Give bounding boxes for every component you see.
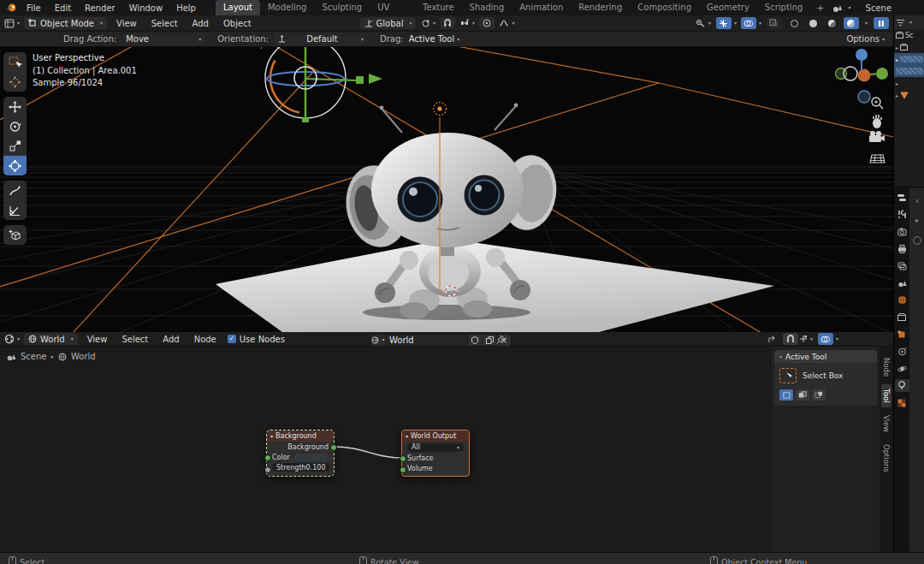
viewport-menu-object[interactable]: Object — [218, 19, 257, 28]
editor-type-button[interactable] — [4, 17, 20, 29]
node-snap-toggle[interactable] — [783, 333, 798, 345]
options-dropdown[interactable]: Options — [846, 34, 885, 44]
falloff-dropdown[interactable] — [499, 17, 514, 29]
snap-pivot-dropdown[interactable] — [420, 17, 435, 29]
breadcrumb-scene[interactable]: Scene — [21, 352, 47, 361]
proportional-editing-button[interactable] — [479, 17, 495, 29]
tool-add-cube[interactable] — [3, 225, 27, 245]
world-output-node-header[interactable]: World Output — [402, 430, 469, 442]
disclosure-triangle-icon[interactable]: ▸ — [896, 80, 898, 86]
orientation-dropdown[interactable]: Default — [274, 33, 368, 45]
target-dropdown[interactable]: All — [407, 443, 464, 452]
outliner-selected-row[interactable]: ▸ — [894, 53, 924, 65]
viewport-menu-view[interactable]: View — [111, 19, 142, 28]
select-box-tool-button[interactable] — [779, 368, 797, 383]
select-mode-extend[interactable] — [796, 389, 809, 401]
new-datablock-button[interactable] — [482, 335, 496, 346]
tool-cursor[interactable] — [3, 72, 27, 92]
collapse-icon[interactable] — [406, 434, 408, 439]
menu-file[interactable]: File — [21, 2, 47, 15]
tool-scale[interactable] — [3, 136, 27, 156]
tab-modeling[interactable]: Modeling — [260, 0, 315, 15]
shader-menu-select[interactable]: Select — [116, 335, 153, 344]
properties-tab-world[interactable] — [895, 294, 909, 306]
sidebar-tab-options[interactable]: Options — [881, 440, 891, 477]
transform-orientation-dropdown[interactable]: Global — [360, 17, 417, 29]
object-mode-dropdown[interactable]: Object Mode — [24, 17, 107, 29]
shader-menu-add[interactable]: Add — [157, 335, 184, 344]
properties-tab-physics[interactable] — [895, 362, 909, 375]
properties-tab-object[interactable] — [895, 328, 909, 341]
shading-rendered-button[interactable] — [844, 17, 859, 29]
disclosure-triangle-icon[interactable]: ▸ — [896, 45, 898, 50]
panel-item-icon[interactable] — [913, 236, 921, 245]
datablock-browse-button[interactable] — [371, 335, 385, 346]
properties-editor-type-button[interactable] — [895, 191, 909, 204]
tab-shading[interactable]: Shading — [462, 0, 512, 15]
outliner-collection-row[interactable]: ▸ — [894, 41, 924, 53]
outliner-selected-row[interactable] — [894, 65, 924, 77]
tool-select-box[interactable] — [3, 52, 27, 72]
fake-user-button[interactable] — [467, 335, 482, 346]
properties-tab-constraints[interactable] — [895, 345, 909, 358]
background-node[interactable]: Background Background Color Strength 0.1… — [267, 430, 334, 476]
blender-logo-icon[interactable] — [5, 3, 17, 13]
show-gizmo-toggle[interactable] — [716, 17, 732, 29]
outliner-scene-collection-row[interactable]: Sc — [894, 29, 924, 41]
background-node-header[interactable]: Background — [267, 430, 334, 442]
shading-solid-button[interactable] — [806, 17, 821, 29]
surface-input-socket[interactable] — [400, 455, 406, 462]
color-input-socket[interactable] — [264, 454, 271, 461]
menu-window[interactable]: Window — [123, 2, 169, 15]
panel-row-icon[interactable]: ▸ — [915, 217, 919, 224]
properties-tab-view-layer[interactable] — [895, 259, 909, 272]
select-mode-subtract[interactable] — [812, 389, 826, 401]
xray-toggle[interactable] — [767, 17, 782, 29]
tab-scripting[interactable]: Scripting — [757, 0, 810, 15]
strength-field[interactable]: Strength 0.100 — [272, 463, 330, 472]
shading-material-button[interactable] — [825, 17, 840, 29]
object-visibility-dropdown[interactable] — [696, 17, 711, 29]
disclosure-triangle-icon[interactable]: ▸ — [896, 56, 898, 62]
tab-compositing[interactable]: Compositing — [630, 0, 699, 15]
datablock-name-input[interactable]: World — [385, 335, 467, 345]
node-snap-target-dropdown[interactable] — [798, 333, 814, 345]
properties-tab-tool[interactable] — [895, 208, 909, 221]
node-overlays-toggle[interactable] — [818, 333, 833, 345]
shading-wireframe-button[interactable] — [787, 17, 803, 29]
collapse-icon[interactable] — [270, 434, 273, 439]
select-mode-set[interactable] — [779, 389, 793, 401]
scene-selector[interactable]: Scene — [832, 3, 892, 13]
tab-animation[interactable]: Animation — [512, 0, 571, 15]
strength-input-socket[interactable] — [264, 466, 271, 473]
add-workspace-button[interactable]: + — [810, 3, 830, 14]
menu-edit[interactable]: Edit — [49, 2, 77, 15]
volume-input-socket[interactable] — [400, 466, 406, 473]
sidebar-tab-tool[interactable]: Tool — [881, 384, 891, 407]
snap-toggle-button[interactable] — [440, 17, 455, 29]
tool-move[interactable] — [3, 97, 27, 116]
shader-menu-view[interactable]: View — [82, 335, 113, 344]
shader-menu-node[interactable]: Node — [189, 335, 222, 344]
disclosure-triangle-icon[interactable]: ▸ — [896, 92, 898, 98]
properties-tab-render[interactable] — [895, 225, 909, 238]
pin-id-button[interactable] — [496, 335, 506, 344]
tool-measure[interactable] — [3, 200, 27, 220]
world-output-node[interactable]: World Output All Surface Volume — [401, 430, 470, 477]
tab-uv-editing[interactable]: UV Editing — [370, 0, 415, 15]
viewport-menu-add[interactable]: Add — [187, 19, 214, 28]
properties-tab-data[interactable] — [895, 379, 909, 392]
filter-icon[interactable] — [896, 19, 905, 27]
use-nodes-checkbox[interactable]: ✓ Use Nodes — [228, 335, 285, 344]
pause-render-button[interactable] — [874, 17, 889, 29]
panel-collapse-icon[interactable]: ∨ — [915, 198, 919, 205]
shader-editor-type-button[interactable] — [4, 333, 20, 345]
drag-action-dropdown[interactable]: Move — [121, 33, 205, 45]
drag-dropdown[interactable]: Active Tool — [409, 34, 460, 44]
color-swatch[interactable] — [294, 454, 329, 461]
shader-type-dropdown[interactable]: World — [24, 333, 78, 345]
show-overlays-toggle[interactable] — [741, 17, 756, 29]
tab-rendering[interactable]: Rendering — [571, 0, 630, 15]
viewport-3d[interactable]: User Perspective (1) Collection | Area.0… — [0, 47, 893, 332]
properties-tab-output[interactable] — [895, 242, 909, 255]
